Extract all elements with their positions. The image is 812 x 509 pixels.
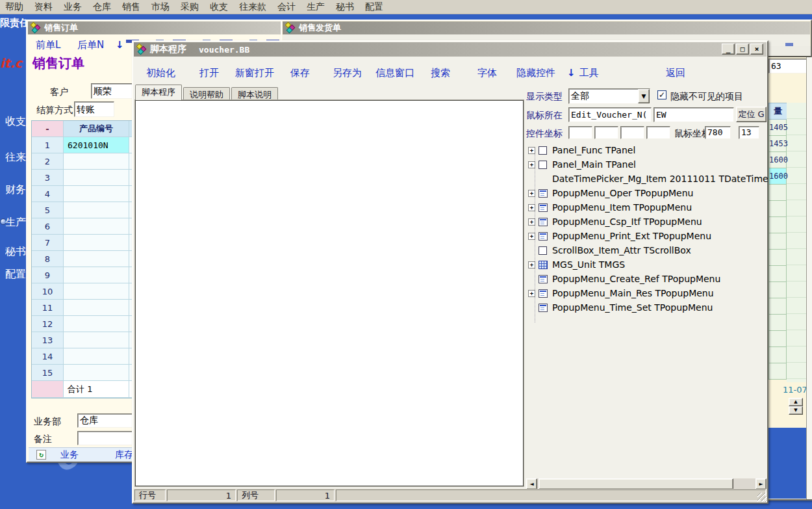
toolbar-6[interactable]: 信息窗口 — [375, 66, 414, 79]
qty-value-cell[interactable]: 1453 — [768, 136, 787, 152]
expand-icon[interactable]: + — [528, 218, 535, 226]
product-code-cell[interactable] — [64, 170, 129, 186]
tree-item-9[interactable]: +MGS_Unit TMGS — [526, 257, 768, 272]
menu-item-1[interactable]: 帮助 — [5, 1, 23, 13]
product-code-cell[interactable] — [64, 365, 129, 381]
coord-input-4[interactable] — [646, 126, 670, 139]
toolbar-1[interactable]: 初始化 — [146, 66, 175, 79]
script-titlebar[interactable]: 脚本程序 voucher.BB _ □ × — [134, 42, 767, 57]
menu-item-7[interactable]: 采购 — [181, 1, 199, 13]
delivery-scrollbar[interactable] — [806, 57, 812, 499]
expand-icon[interactable]: + — [528, 233, 535, 240]
product-code-cell[interactable] — [64, 153, 129, 170]
coord-input-2[interactable] — [594, 126, 618, 139]
qty-value-cell[interactable]: 1405 — [768, 120, 787, 136]
tree-item-3[interactable]: DateTimePicker_Mg_Item 20111011 TDateTim… — [526, 172, 768, 186]
qty-empty-cell[interactable] — [768, 282, 787, 298]
display-type-combo[interactable]: 全部 ▼ — [568, 88, 650, 104]
sidebar-item-2[interactable]: 往来 — [5, 151, 27, 164]
dropdown-arrow-icon[interactable]: ▼ — [638, 89, 650, 103]
coord-input-3[interactable] — [620, 126, 644, 139]
toolbar-8[interactable]: 字体 — [477, 66, 497, 79]
product-code-cell[interactable] — [64, 348, 129, 365]
date-spinner[interactable]: ▲ ▼ — [789, 398, 803, 415]
hide-invisible-checkbox[interactable]: ✓ — [657, 90, 666, 99]
menu-item-10[interactable]: 会计 — [277, 1, 296, 13]
toolbar-4[interactable]: 保存 — [290, 66, 310, 79]
mouse-x-input[interactable]: 780 — [705, 126, 731, 139]
tree-item-10[interactable]: PopupMenu_Create_Ref TPopupMenu — [526, 272, 768, 286]
sidebar-item-4[interactable]: 生产 — [5, 216, 27, 229]
scroll-right-icon[interactable]: ► — [755, 478, 767, 489]
tree-item-6[interactable]: +PopupMenu_Csp_Itf TPopupMenu — [526, 215, 768, 229]
menu-item-13[interactable]: 配置 — [365, 1, 383, 13]
product-code-cell[interactable] — [64, 235, 129, 251]
sales-order-titlebar[interactable]: 销售订单 — [28, 21, 281, 34]
locate-button[interactable]: 定位 G — [736, 107, 767, 122]
tree-item-2[interactable]: +Panel_Main TPanel — [526, 157, 768, 172]
grid-product-header[interactable]: 产品编号 — [64, 121, 129, 137]
menu-item-8[interactable]: 收支 — [210, 1, 228, 13]
menu-item-6[interactable]: 市场 — [151, 1, 170, 13]
toolbar-7[interactable]: 搜索 — [431, 66, 450, 79]
settle-method-input[interactable]: 转账 — [74, 101, 114, 117]
product-code-cell[interactable] — [64, 283, 129, 300]
qty-empty-cell[interactable] — [768, 250, 787, 266]
scrollbar-thumb[interactable] — [539, 478, 733, 489]
expand-icon[interactable]: + — [528, 190, 535, 197]
product-code-cell[interactable] — [64, 332, 129, 348]
expand-icon[interactable]: + — [528, 147, 535, 154]
qty-empty-cell[interactable] — [768, 185, 787, 201]
next-voucher-button[interactable]: 后单N — [77, 39, 104, 51]
expand-icon[interactable]: + — [528, 161, 535, 168]
mouse-y-input[interactable]: 13 — [739, 126, 759, 139]
toolbar-3[interactable]: 新窗打开 — [235, 66, 274, 79]
product-code-cell[interactable] — [64, 251, 129, 267]
qty-empty-cell[interactable] — [768, 266, 787, 282]
sidebar-item-5[interactable]: 秘书 — [5, 245, 27, 259]
qty-empty-cell[interactable] — [768, 315, 787, 331]
menu-item-5[interactable]: 销售 — [122, 1, 140, 13]
qty-empty-cell[interactable] — [768, 217, 787, 233]
product-code-cell[interactable] — [64, 267, 129, 283]
expand-icon[interactable]: + — [528, 204, 535, 211]
sidebar-item-6[interactable]: 配置 — [5, 268, 27, 281]
toolbar-5[interactable]: 另存为 — [333, 66, 362, 79]
product-code-cell[interactable] — [64, 218, 129, 235]
close-button[interactable]: × — [750, 44, 763, 55]
spin-up-icon[interactable]: ▲ — [789, 398, 803, 406]
toolbar-11[interactable]: 返回 — [666, 66, 685, 79]
menu-item-3[interactable]: 业务 — [64, 1, 82, 13]
refresh-icon[interactable]: ↻ — [36, 450, 46, 460]
tab-3[interactable]: 脚本说明 — [231, 87, 278, 100]
tree-item-8[interactable]: ScrollBox_Item_Attr TScrollBox — [526, 243, 768, 257]
qty-empty-cell[interactable] — [768, 347, 787, 363]
tree-item-12[interactable]: PopupMenu_Time_Set TPopupMenu — [526, 300, 768, 315]
sidebar-item-1[interactable]: 收支 — [5, 115, 27, 129]
qty-empty-cell[interactable] — [768, 331, 787, 347]
menu-item-9[interactable]: 往来款 — [239, 1, 266, 13]
product-code-cell[interactable]: 6201010N — [64, 137, 129, 153]
tree-hscrollbar[interactable]: ◄ ► — [526, 478, 767, 489]
footer-link-1[interactable]: 业务 — [60, 449, 79, 461]
spin-down-icon[interactable]: ▼ — [789, 406, 803, 415]
sidebar-item-3[interactable]: 财务 — [5, 183, 27, 197]
tree-item-1[interactable]: +Panel_Func TPanel — [526, 143, 768, 157]
delivery-number-field[interactable]: 63 — [768, 59, 811, 73]
qty-empty-cell[interactable] — [768, 298, 787, 315]
script-editor-area[interactable] — [135, 100, 524, 486]
menu-item-4[interactable]: 仓库 — [93, 1, 111, 13]
tab-2[interactable]: 说明帮助 — [183, 87, 230, 100]
product-code-cell[interactable] — [64, 300, 129, 316]
qty-value-cell[interactable]: 1600 — [768, 152, 787, 168]
qty-empty-cell[interactable] — [768, 363, 787, 380]
tree-item-4[interactable]: +PopupMenu_Oper TPopupMenu — [526, 186, 768, 200]
maximize-button[interactable]: □ — [736, 44, 749, 55]
product-code-cell[interactable] — [64, 316, 129, 332]
expand-icon[interactable]: + — [528, 290, 535, 297]
toolbar-2[interactable]: 打开 — [199, 66, 219, 79]
tree-item-7[interactable]: +PopupMenu_Print_Ext TPopupMenu — [526, 229, 768, 243]
delivery-titlebar[interactable]: 销售发货单 — [283, 21, 810, 34]
minimize-button[interactable]: _ — [722, 44, 735, 55]
qty-empty-cell[interactable] — [768, 233, 787, 250]
